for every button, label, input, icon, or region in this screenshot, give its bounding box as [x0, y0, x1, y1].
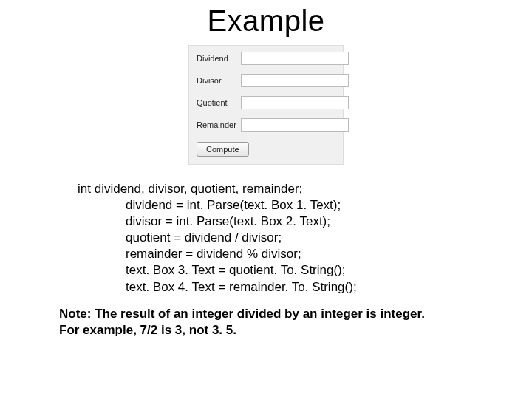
- row-quotient: Quotient: [197, 96, 335, 109]
- row-divisor: Divisor: [197, 74, 335, 87]
- label-divisor: Divisor: [197, 76, 241, 85]
- page-title: Example: [0, 4, 532, 38]
- input-dividend[interactable]: [241, 52, 349, 65]
- note-line: Note: The result of an integer divided b…: [59, 306, 532, 322]
- compute-button[interactable]: Compute: [197, 142, 249, 157]
- label-dividend: Dividend: [197, 54, 241, 63]
- label-remainder: Remainder: [197, 120, 241, 129]
- label-quotient: Quotient: [197, 98, 241, 107]
- note-block: Note: The result of an integer divided b…: [59, 306, 532, 338]
- code-line: text. Box 4. Text = remainder. To. Strin…: [78, 279, 532, 296]
- code-line: divisor = int. Parse(text. Box 2. Text);: [78, 214, 532, 230]
- code-block: int dividend, divisor, quotient, remaind…: [78, 181, 532, 296]
- input-quotient[interactable]: [241, 96, 349, 109]
- row-remainder: Remainder: [197, 118, 335, 132]
- code-line: remainder = dividend % divisor;: [78, 246, 532, 262]
- input-remainder[interactable]: [241, 118, 349, 132]
- slide: Example Dividend Divisor Quotient Remain…: [0, 4, 532, 399]
- code-line: quotient = dividend / divisor;: [78, 230, 532, 246]
- form-panel: Dividend Divisor Quotient Remainder Comp…: [188, 45, 344, 165]
- row-dividend: Dividend: [197, 52, 335, 65]
- code-line: dividend = int. Parse(text. Box 1. Text)…: [78, 197, 532, 214]
- code-line: text. Box 3. Text = quotient. To. String…: [78, 262, 532, 279]
- input-divisor[interactable]: [241, 74, 349, 87]
- code-line: int dividend, divisor, quotient, remaind…: [78, 181, 532, 197]
- note-line: For example, 7/2 is 3, not 3. 5.: [59, 322, 532, 338]
